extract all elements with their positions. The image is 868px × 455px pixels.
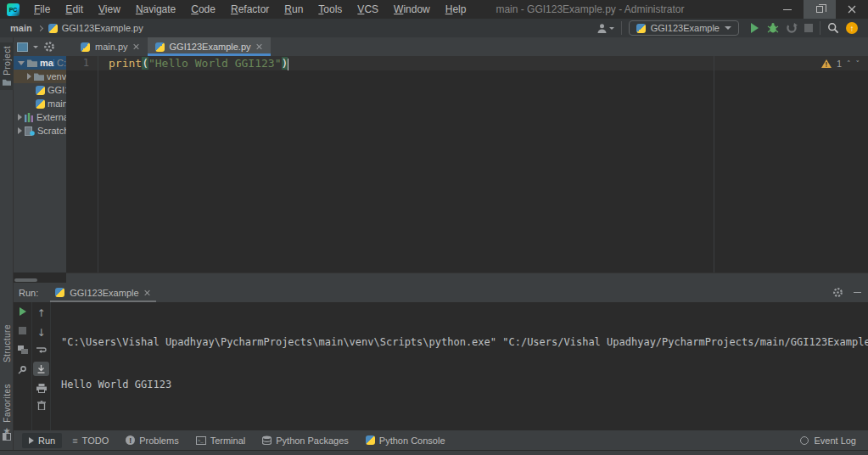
up-stack-trace-icon[interactable]: ↑ — [37, 307, 46, 319]
stripe-button-project[interactable]: Project — [0, 42, 14, 90]
tab-main-py[interactable]: main.py — [73, 37, 148, 56]
chevron-right-icon[interactable] — [18, 114, 22, 121]
run-config-dropdown[interactable]: GGI123Example — [629, 20, 739, 36]
restore-icon — [816, 6, 823, 13]
toolwindow-label: Run — [38, 435, 55, 446]
run-button[interactable] — [751, 23, 759, 33]
gear-icon[interactable] — [43, 41, 55, 53]
user-icon — [596, 23, 608, 34]
menu-tools[interactable]: Tools — [311, 2, 350, 17]
run-toolbar-primary — [14, 302, 32, 430]
menu-file[interactable]: File — [26, 2, 58, 17]
menu-run[interactable]: Run — [277, 2, 311, 17]
code-line-1[interactable]: print("Hello World GGI123") — [109, 57, 288, 70]
toolbar-divider — [820, 21, 820, 35]
trash-icon[interactable] — [37, 401, 46, 410]
prev-warning-icon[interactable]: ˄ — [847, 59, 851, 68]
menu-code[interactable]: Code — [183, 2, 223, 17]
stripe-label-project: Project — [3, 46, 12, 76]
user-account-button[interactable] — [596, 23, 614, 34]
chevron-down-icon[interactable] — [33, 46, 38, 48]
menu-refactor[interactable]: Refactor — [223, 2, 277, 17]
close-tab-icon[interactable] — [133, 43, 140, 50]
gear-icon[interactable] — [832, 287, 843, 298]
chevron-right-icon[interactable] — [27, 73, 31, 80]
update-available-icon[interactable]: ↑ — [846, 22, 858, 34]
run-with-coverage-button[interactable] — [786, 22, 798, 34]
menu-vcs[interactable]: VCS — [350, 2, 386, 17]
warning-icon — [821, 59, 832, 68]
event-log-icon — [800, 436, 809, 445]
menu-help[interactable]: Help — [438, 2, 474, 17]
warning-count: 1 — [837, 59, 842, 69]
breadcrumb-project[interactable]: main — [10, 23, 32, 33]
down-stack-trace-icon[interactable]: ↓ — [37, 327, 46, 339]
close-tab-icon[interactable] — [144, 289, 151, 296]
scroll-to-end-button[interactable] — [33, 362, 49, 376]
menu-window[interactable]: Window — [386, 2, 438, 17]
close-button[interactable] — [836, 0, 868, 19]
next-warning-icon[interactable]: ˅ — [856, 59, 860, 68]
restore-layout-icon[interactable] — [18, 345, 28, 354]
console-output[interactable]: "C:\Users\Vishal Upadhyay\PycharmProject… — [51, 302, 868, 430]
rerun-button[interactable] — [20, 307, 26, 316]
toolwindow-button-python-packages[interactable]: Python Packages — [255, 433, 356, 448]
tree-item-main[interactable]: main C: — [14, 56, 66, 70]
tree-item-venv[interactable]: venv — [14, 70, 66, 83]
close-tab-icon[interactable] — [256, 43, 263, 50]
menu-edit[interactable]: Edit — [58, 2, 91, 17]
chevron-down-icon — [609, 27, 614, 30]
maximize-button[interactable] — [804, 0, 836, 19]
pin-icon[interactable] — [18, 365, 27, 374]
tool-window-switcher[interactable] — [0, 433, 14, 441]
toolwindow-label: Terminal — [210, 435, 246, 446]
tab-ggi123example-py[interactable]: GGI123Example.py — [148, 37, 271, 56]
tool-window-bar: Run ≡ TODO ! Problems >_ Terminal Python… — [14, 430, 868, 450]
run-config-label: GGI123Example — [651, 23, 720, 33]
hide-panel-icon[interactable] — [854, 292, 861, 294]
stop-button[interactable] — [19, 327, 26, 334]
libraries-icon — [25, 113, 34, 122]
menu-view[interactable]: View — [91, 2, 128, 17]
code-editor[interactable]: 1 print("Hello World GGI123") 1 ˄ ˅ — [66, 56, 868, 272]
console-line: Hello World GGI123 — [61, 378, 858, 392]
tree-item-external-libraries[interactable]: External Libraries — [14, 110, 66, 124]
project-scrollbar-thumb[interactable] — [14, 278, 37, 282]
print-icon[interactable] — [36, 384, 47, 393]
folder-icon — [27, 59, 37, 67]
todo-list-icon: ≡ — [72, 435, 77, 446]
chevron-right-icon[interactable] — [18, 127, 22, 134]
minimize-button[interactable] — [771, 0, 804, 19]
debug-button[interactable] — [767, 22, 779, 34]
stripe-button-structure[interactable]: Structure — [0, 324, 14, 362]
menu-navigate[interactable]: Navigate — [128, 2, 183, 17]
run-console: ↑ ↓ "C:\Users\Vishal Upadhyay\PycharmPro… — [14, 302, 868, 430]
tree-item-main-py[interactable]: main.py — [14, 97, 66, 110]
stripe-label-structure: Structure — [3, 324, 12, 362]
python-file-icon — [155, 42, 165, 52]
project-view-selector-icon[interactable] — [17, 42, 28, 52]
tree-item-scratches[interactable]: Scratches and Consoles — [14, 124, 66, 138]
title-bar: PC File Edit View Navigate Code Refactor… — [0, 0, 868, 19]
event-log-button[interactable]: Event Log — [800, 435, 860, 446]
toolwindow-button-run[interactable]: Run — [22, 433, 62, 448]
toolwindow-button-terminal[interactable]: >_ Terminal — [189, 433, 253, 448]
toolwindow-button-python-console[interactable]: Python Console — [359, 433, 452, 448]
stop-button[interactable] — [804, 24, 813, 32]
inspection-widget[interactable]: 1 ˄ ˅ — [821, 59, 860, 69]
toolwindow-button-problems[interactable]: ! Problems — [119, 433, 185, 448]
soft-wrap-icon[interactable] — [36, 346, 47, 354]
stripe-button-favorites[interactable]: Favorites ★ — [0, 384, 14, 435]
search-everywhere-button[interactable] — [827, 22, 839, 34]
scratches-icon — [25, 126, 35, 136]
toolwindow-button-todo[interactable]: ≡ TODO — [65, 433, 115, 448]
tree-item-label: GGI123Example.py — [48, 85, 66, 95]
breadcrumb-file[interactable]: GGI123Example.py — [62, 23, 143, 33]
window-switcher-icon — [3, 433, 11, 441]
toolwindow-label: TODO — [82, 435, 109, 446]
tool-window-stripe: Project Structure Favorites ★ — [0, 37, 14, 450]
chevron-down-icon[interactable] — [18, 61, 25, 65]
run-tab-ggi123example[interactable]: GGI123Example — [50, 283, 155, 302]
tree-item-label: venv — [47, 71, 66, 81]
tree-item-ggi123example[interactable]: GGI123Example.py — [14, 83, 66, 97]
